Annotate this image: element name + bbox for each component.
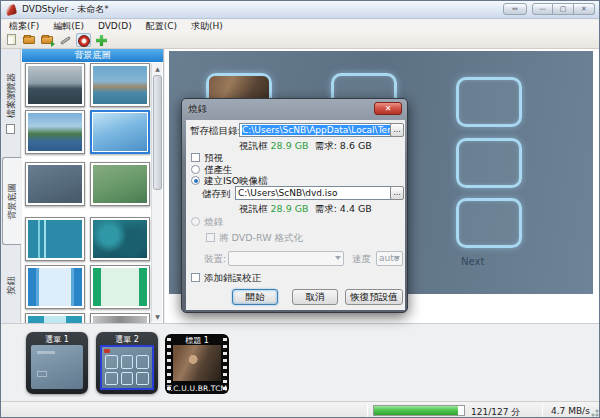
dvdstyler-window: DVDStyler - 未命名* ⇔ — ▢ ✕ 檔案(F) 編輯(E) DVD… [0, 0, 600, 418]
background-thumbnail[interactable] [90, 162, 150, 206]
backgrounds-panel: 背景底圖 ▲ ▼ [22, 49, 164, 323]
required-value2: 需求: 4.4 GB [315, 203, 372, 214]
record-dot-icon [104, 349, 110, 353]
burn-radio[interactable] [191, 217, 200, 226]
title1-video-frame [173, 345, 221, 381]
menu-edit[interactable]: 編輯(E) [53, 20, 84, 33]
menu-dvd[interactable]: DVD(D) [98, 21, 132, 31]
backgrounds-header: 背景底圖 [22, 49, 163, 62]
background-thumbnail[interactable] [90, 217, 150, 261]
error-correction-checkbox[interactable] [191, 273, 200, 282]
save-to-label: 儲存到 [202, 188, 231, 201]
file-browser-icon [6, 124, 15, 134]
scrollbar-thumb[interactable] [153, 75, 162, 190]
reset-defaults-button[interactable]: 恢復預設值 [345, 289, 403, 305]
background-thumbnail-selected[interactable] [90, 110, 150, 154]
save-project-icon[interactable] [40, 33, 55, 47]
progress-fill [374, 406, 458, 415]
format-dvdrw-label: 將 DVD-RW 格式化 [219, 232, 303, 245]
device-label: 裝置: [204, 253, 226, 266]
background-thumbnail[interactable] [25, 63, 85, 107]
create-iso-radio[interactable] [191, 176, 200, 185]
menu2-item[interactable]: 選單 2 [96, 332, 158, 394]
resize-grip[interactable] [588, 406, 600, 418]
start-button[interactable]: 開始 [232, 289, 278, 305]
add-file-plus-icon[interactable] [94, 33, 109, 47]
menu-caption-next[interactable]: Next [461, 256, 484, 267]
temp-dir-input[interactable]: C:\Users\ScNB\AppData\Local\Temp [239, 123, 392, 137]
menubar: 檔案(F) 編輯(E) DVD(D) 配置(C) 求助(H) [1, 20, 599, 32]
speed-label: 速度 [352, 253, 371, 266]
menu1-item[interactable]: 選單 1 [26, 332, 88, 394]
settings-wrench-icon[interactable] [58, 33, 73, 47]
cancel-button[interactable]: 取消 [292, 289, 338, 305]
tab-buttons[interactable]: 按鈕 [1, 261, 21, 309]
maximize-button[interactable]: ▢ [553, 3, 574, 15]
title1-caption: T.C.U.U.BR.TCM [165, 384, 229, 393]
menu2-preview-selected [100, 345, 154, 390]
extra-window-icon[interactable]: ⇔ [503, 3, 527, 15]
background-thumbnail[interactable] [25, 162, 85, 206]
app-icon [5, 4, 17, 16]
free-space-value: 28.9 GB [271, 140, 309, 151]
dialog-close-icon[interactable]: ✕ [374, 102, 402, 115]
background-thumbnail[interactable] [90, 265, 150, 309]
background-thumbnail[interactable] [25, 217, 85, 261]
title1-item[interactable]: 標題 1 T.C.U.U.BR.TCM [165, 334, 229, 394]
chevron-down-icon [394, 256, 400, 260]
menu-configuration[interactable]: 配置(C) [146, 20, 177, 33]
burn-label: 燒錄 [204, 216, 223, 229]
menu1-preview [31, 345, 83, 389]
free-space-line2: 視訊框 28.9 GB 需求: 4.4 GB [239, 203, 372, 216]
device-select[interactable] [228, 251, 344, 266]
speed-select[interactable]: auto [376, 251, 403, 266]
just-generate-radio[interactable] [191, 165, 200, 174]
menu-help[interactable]: 求助(H) [191, 20, 223, 33]
free-space-line: 視訊框 28.9 GB 需求: 8.6 GB [239, 140, 372, 153]
open-project-icon[interactable] [22, 33, 37, 47]
bitrate-status: 4.7 MB/s [551, 406, 590, 416]
new-project-icon[interactable] [4, 33, 19, 47]
dialog-title: 燒錄 [188, 103, 207, 116]
background-thumbnail[interactable] [90, 63, 150, 107]
format-dvdrw-checkbox[interactable] [206, 233, 215, 242]
error-correction-label: 添加錯誤校正 [204, 272, 261, 285]
capacity-progressbar [373, 405, 465, 416]
menu-frame-button[interactable] [456, 138, 522, 188]
close-button[interactable]: ✕ [574, 3, 595, 15]
toolbar [1, 32, 599, 49]
temp-dir-browse-button[interactable]: ... [390, 123, 404, 137]
tab-backgrounds[interactable]: 背景底圖 [2, 157, 21, 245]
titlebar[interactable]: DVDStyler - 未命名* ⇔ — ▢ ✕ [1, 1, 599, 19]
minimize-button[interactable]: — [532, 3, 553, 15]
backgrounds-scrollbar[interactable]: ▲ ▼ [151, 63, 162, 322]
background-thumbnail[interactable] [25, 265, 85, 309]
iso-browse-button[interactable]: ... [390, 186, 404, 200]
window-title: DVDStyler - 未命名* [22, 3, 109, 16]
statusbar: 121/127 分 4.7 MB/s [1, 401, 600, 418]
scroll-up-icon[interactable]: ▲ [153, 64, 162, 73]
sidebar-tabstrip: 檔案瀏覽器 背景底圖 按鈕 [1, 49, 21, 323]
preview-checkbox[interactable] [191, 153, 200, 162]
background-thumbnail[interactable] [25, 110, 85, 154]
menu-frame-button[interactable] [456, 198, 522, 248]
chevron-down-icon [335, 256, 341, 260]
duration-status: 121/127 分 [471, 406, 520, 418]
free-space-value2: 28.9 GB [271, 203, 309, 214]
tab-file-browser[interactable]: 檔案瀏覽器 [1, 53, 21, 138]
burn-disc-icon[interactable] [76, 33, 91, 47]
titleset-filmstrip: 選單 1 選單 2 標題 1 T.C.U.U.BR.TCM [1, 323, 600, 401]
scroll-down-icon[interactable]: ▼ [153, 312, 162, 321]
menu-frame-button[interactable] [456, 77, 522, 127]
iso-path-input[interactable]: C:\Users\ScNB\dvd.iso [235, 186, 392, 200]
dialog-content: 暫存檔目錄: C:\Users\ScNB\AppData\Local\Temp … [186, 120, 405, 310]
temp-dir-label: 暫存檔目錄: [190, 125, 241, 138]
menu-file[interactable]: 檔案(F) [9, 20, 39, 33]
required-value: 需求: 8.6 GB [315, 140, 372, 151]
burn-dialog[interactable]: 燒錄 ✕ 暫存檔目錄: C:\Users\ScNB\AppData\Local\… [181, 98, 408, 313]
